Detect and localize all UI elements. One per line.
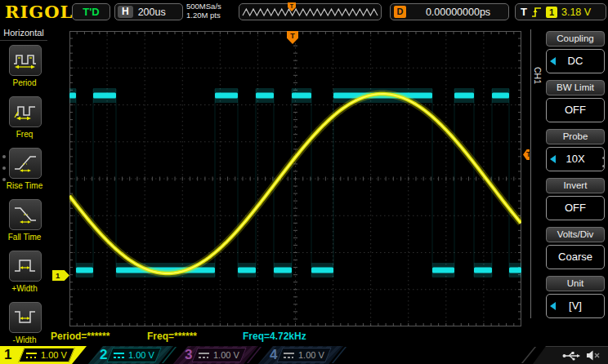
delay-value: 0.00000000ps [411,7,505,18]
channel-status-bar: 1 1.00 V 2 1.00 V 3 1.00 V 4 1.00 V [0,346,608,364]
usb-icon [562,351,580,361]
memory-depth: 1.20M pts [186,11,221,20]
waveform-preview-bar[interactable] [239,3,382,20]
plus-width-icon [13,255,38,277]
menu-item-coupling[interactable]: Coupling DC [546,31,605,73]
acquisition-info: 500MSa/s 1.20M pts [186,2,221,20]
menu-item-unit[interactable]: Unit [V] [546,276,605,318]
menu-label: Volts/Div [546,227,605,242]
measure-button-neg-width[interactable] [9,302,42,333]
left-arrow-icon [550,57,556,65]
left-arrow-icon [550,155,556,163]
speaker-mute-icon [587,350,600,361]
channel-number: 1 [4,346,11,364]
preview-wave-icon [239,4,381,20]
rising-edge-icon [531,6,542,18]
measure-label-pos-width: +Width [0,284,49,293]
menu-item-volts-div[interactable]: Volts/Div Coarse [546,227,605,269]
sidebar-page-dots [2,147,6,189]
measure-button-period[interactable] [9,45,42,76]
dc-coupling-icon [199,353,209,358]
channel-1-status[interactable]: 1 1.00 V [0,346,87,364]
divider [521,347,536,363]
channel-2-status[interactable]: 2 1.00 V [88,346,173,364]
measure-button-pos-width[interactable] [9,251,42,282]
menu-label: BW Limit [546,80,605,95]
trigger-label: T [521,6,527,18]
measure-label-period: Period [0,78,49,87]
menu-tab-ch1: CH1 [533,67,543,84]
measure-button-freq[interactable] [9,96,42,127]
dc-coupling-icon [284,353,294,358]
measure-button-fall-time[interactable] [9,199,42,230]
timebase-value: 200us [138,7,166,18]
channel-4-status[interactable]: 4 1.00 V [258,346,343,364]
measure-label-rise-time: Rise Time [0,181,49,190]
trigger-info-box[interactable]: T 1 3.18 V [515,3,606,20]
timebase-box[interactable]: H 200us [114,3,183,20]
menu-label: Coupling [546,31,605,47]
measure-label-freq: Freq [0,130,49,139]
menu-value: DC [568,55,583,67]
horizontal-measure-menu: Horizontal Period Freq Rise Time [0,24,50,346]
channel-menu: CH1 Coupling DC BW Limit OFF Probe 10X I… [530,24,608,346]
dc-coupling-icon [26,353,37,358]
left-arrow-icon [550,302,556,310]
rigol-logo: RIGOL [5,2,73,22]
minus-width-icon [13,307,38,328]
menu-label: Unit [546,276,605,291]
menu-value: [V] [569,300,582,312]
measurement-freq-ch1: Freq=****** [147,331,197,342]
trigger-source-badge: 1 [546,7,557,18]
top-status-bar: RIGOL T'D H 200us 500MSa/s 1.20M pts T D… [0,0,608,25]
menu-item-probe[interactable]: Probe 10X [546,129,605,171]
measure-label-fall-time: Fall Time [0,233,49,242]
menu-page-dots [602,151,605,173]
menu-label: Probe [546,129,605,144]
sidebar-title: Horizontal [0,28,47,41]
system-tray [533,346,608,364]
menu-item-invert[interactable]: Invert OFF [546,178,605,220]
delay-icon: D [394,6,406,18]
channel-scale: 1.00 V [128,350,154,360]
trigger-status-badge: T'D [72,3,110,20]
trigger-level-value: 3.18 V [561,7,591,18]
trigger-status-text: T'D [83,6,99,18]
menu-value: OFF [565,202,586,214]
delay-box[interactable]: D 0.00000000ps [390,3,509,20]
menu-value: Coarse [558,251,592,263]
rise-time-icon [13,153,38,174]
measure-button-rise-time[interactable] [9,148,42,179]
menu-value: OFF [565,104,586,116]
fall-time-icon [13,204,38,225]
graticule-and-traces [69,31,521,326]
freq-icon [13,101,38,122]
period-icon [13,50,38,71]
channel-3-status[interactable]: 3 1.00 V [173,346,258,364]
measure-label-neg-width: -Width [0,335,49,344]
channel-scale: 1.00 V [213,350,239,360]
measurement-period: Period=****** [51,331,110,342]
channel-scale: 1.00 V [41,350,67,360]
ch1-reference-marker-icon[interactable]: 1 [52,270,69,281]
measurement-freq-ch2: Freq=4.72kHz [243,331,306,342]
menu-tab-divider [530,29,531,318]
menu-item-bw-limit[interactable]: BW Limit OFF [546,80,605,122]
scope-display: T T 1 [49,24,530,346]
menu-value: 10X [566,153,584,165]
channel-scale: 1.00 V [298,350,324,360]
menu-label: Invert [546,178,605,193]
horizontal-icon: H [118,6,133,18]
dc-coupling-icon [114,353,124,358]
